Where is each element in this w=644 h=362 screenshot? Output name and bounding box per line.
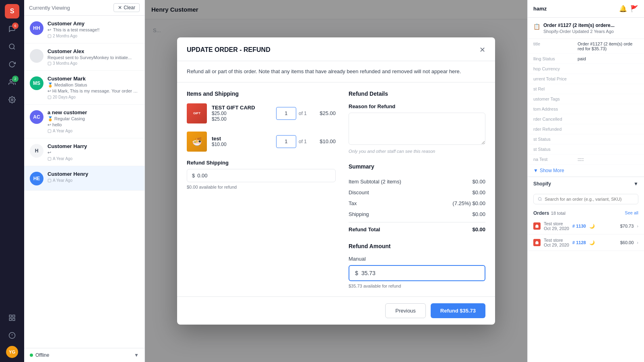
sidebar-item-chat[interactable]: 6 [5,22,19,36]
flag-icon[interactable]: 🚩 [630,5,638,12]
conversation-items: HH Customer Amy ↩ This is a test message… [24,16,144,348]
reason-textarea[interactable] [349,113,485,145]
svg-rect-12 [48,62,51,65]
tax-label: Tax [349,200,357,206]
svg-rect-7 [13,319,15,321]
refund-button[interactable]: Refund $35.73 [431,303,485,318]
order-row-1130[interactable]: Test store Oct 29, 2020 # 1130 🌙 $70.73 … [528,218,644,234]
detail-label-tags: ustomer Tags [533,97,578,101]
refund-total-value: $0.00 [472,226,485,232]
conv-name-harry: Customer Harry [47,143,139,149]
status-arrow[interactable]: ▼ [134,352,139,358]
right-panel-username: hamz [533,6,547,12]
conv-body-amy: Customer Amy ↩ This is a test message!! … [47,21,139,38]
detail-label-cancelled: rder Cancelled [533,117,578,121]
detail-row-cancelled: rder Cancelled [528,114,644,124]
conv-name-alex: Customer Alex [47,48,139,54]
previous-button[interactable]: Previous [385,303,426,318]
detail-row-ststatus1: st Status [528,134,644,144]
order-1128-info: Test store Oct 29, 2020 [544,238,569,247]
conversation-list: Currently Viewing ✕ Clear HH Customer Am… [24,0,145,362]
detail-row-tags: ustomer Tags [528,94,644,104]
detail-label-ststatus1: st Status [533,137,578,142]
conv-preview-mark2: ↩ Hi Mark, This is my message. Your orde… [47,88,139,94]
shipping-input-wrap: $ [187,169,336,182]
detail-row-natest: na Test ::::: [528,154,644,165]
detail-label-currency: hop Currency [533,66,578,71]
conv-item-alex[interactable]: Customer Alex Request sent to SurveyMonk… [24,43,144,71]
moon-icon-1130: 🌙 [589,224,595,229]
clear-button[interactable]: ✕ Clear [114,3,140,12]
casing-icon: 🏅 [47,116,53,121]
clear-x-icon: ✕ [118,5,122,10]
order-card-title: Order #1127 (2 item(s) ordere... [543,23,615,28]
status-dot [30,354,33,357]
user-avatar[interactable]: YG [6,346,18,358]
shopify-section: Shopify ▼ [528,177,644,191]
svg-rect-4 [9,315,11,317]
manual-label: Manual [349,256,485,262]
sidebar-item-users[interactable]: 2 [5,75,19,89]
sidebar-item-grid1[interactable] [5,311,19,325]
conv-body-alex: Customer Alex Request sent to SurveyMonk… [47,48,139,66]
svg-rect-5 [13,315,15,317]
conv-body-harry: Customer Harry ↩ A Year Ago [47,143,139,161]
detail-label-refunded: rder Refunded [533,127,578,132]
reply-icon: ↩ [47,27,51,33]
svg-point-0 [9,44,14,49]
show-more-button[interactable]: ▼ Show More [528,165,644,177]
sidebar-item-refresh[interactable] [5,57,19,72]
manual-currency-symbol: $ [355,270,358,276]
detail-row-billing: lling Status paid [528,54,644,64]
shipping-label: Shipping [349,211,369,217]
modal-close-button[interactable]: ✕ [479,45,485,54]
reply-icon2: ↩ [47,88,51,93]
conv-body-henry: Customer Henry A Year Ago [47,171,139,185]
orders-title: Orders [533,210,549,216]
modal-overlay: UPDATE ORDER - REFUND ✕ Refund all or pa… [145,0,527,362]
manual-amount-input[interactable] [361,270,479,276]
qty-input-giftcard[interactable] [276,107,296,120]
order-1130-store: Test store [544,221,569,226]
conv-item-henry[interactable]: HE Customer Henry A Year Ago [24,166,144,191]
conv-item-amy[interactable]: HH Customer Amy ↩ This is a test message… [24,16,144,43]
right-panel-icons: 🔔 🚩 [619,5,638,12]
available-refund-text: $35.73 available for refund [349,284,485,288]
shopify-chevron-icon[interactable]: ▼ [634,181,638,187]
subtotal-label: Item Subtotal (2 items) [349,179,401,185]
app-logo[interactable]: S [5,4,19,19]
medallion-icon: 🏅 [47,82,53,87]
gift-card-image: GIFT [187,103,207,123]
conv-item-harry[interactable]: H Customer Harry ↩ A Year Ago [24,138,144,166]
sidebar-item-search[interactable] [5,39,19,54]
order-row-1128[interactable]: Test store Oct 29, 2020 # 1128 🌙 $60.00 … [528,234,644,251]
detail-row-price: urrent Total Price [528,74,644,84]
detail-label-natest: na Test [533,157,578,162]
conv-item-mark[interactable]: MS Customer Mark 🏅 Medallion Status ↩ Hi… [24,71,144,105]
conv-name-mark: Customer Mark [47,76,139,82]
manual-input-wrap: $ [349,265,485,281]
conv-body-mark: Customer Mark 🏅 Medallion Status ↩ Hi Ma… [47,76,139,99]
svg-rect-14 [48,130,51,133]
refund-details-label: Refund Details [349,90,485,97]
summary-row-discount: Discount $0.00 [349,187,485,198]
modal-left-col: Items and Shipping GIFT TEST GIFT CARD $… [187,90,336,288]
shipping-amount-input[interactable] [197,173,330,179]
sidebar-item-settings[interactable] [5,93,19,107]
notification-icon[interactable]: 🔔 [619,5,627,12]
order-search-input[interactable] [545,197,634,202]
see-all-button[interactable]: See all [625,210,638,215]
conv-body-new: a new customer 🏅 Regular Casing ↩ hello … [47,109,139,133]
item-price1-giftcard: $25.00 [212,111,271,116]
qty-input-test[interactable] [276,135,296,148]
detail-row-strel: st Rel [528,84,644,94]
sidebar-item-grid2[interactable] [5,328,19,343]
conv-item-new[interactable]: AC a new customer 🏅 Regular Casing ↩ hel… [24,105,144,138]
conv-avatar-amy: HH [30,21,43,35]
svg-point-17 [538,197,541,200]
order-1130-number: # 1130 [572,224,586,228]
refund-shipping-label: Refund Shipping [187,160,336,166]
detail-rows: title Order #1127 (2 item(s) orde red fo… [528,39,644,165]
summary-row-tax: Tax (7.25%) $0.00 [349,198,485,209]
conv-preview-new: 🏅 Regular Casing [47,116,139,121]
